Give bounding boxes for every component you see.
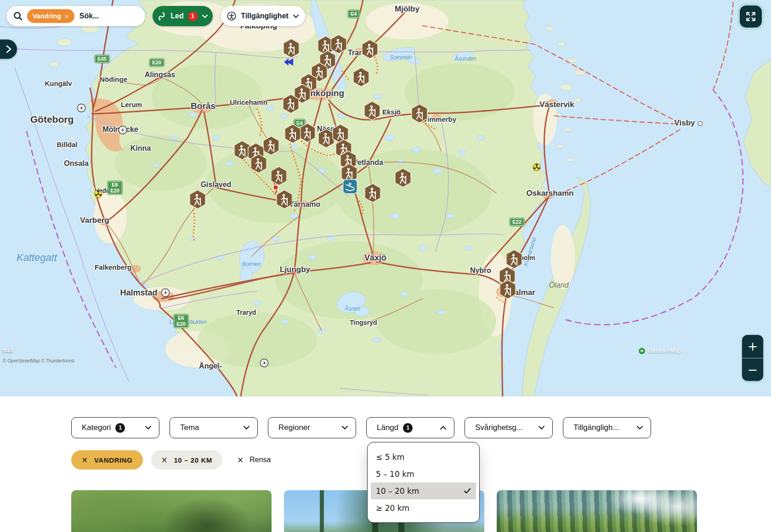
filter-dropdown-button[interactable]: Svårighetsg... [465, 417, 553, 438]
hiking-trail-marker[interactable] [283, 124, 302, 144]
hiking-trail-marker[interactable] [249, 153, 268, 174]
chevron-down-icon [341, 425, 348, 430]
chip-label: 10 – 20 KM [174, 456, 212, 464]
clear-filters-icon: × [237, 455, 244, 464]
accessibility-button-label: Tillgänglighet [241, 12, 289, 20]
led-filter-button[interactable]: Led 1 [153, 6, 213, 26]
chip-label: VANDRING [94, 456, 133, 464]
filter-button-label: Svårighetsg... [475, 423, 523, 432]
hiking-trail-marker[interactable] [188, 189, 207, 209]
outdoormap-logo-icon: ❧ [639, 348, 645, 354]
hiking-trail-marker[interactable] [499, 279, 517, 300]
length-option[interactable]: 5 – 10 km [368, 465, 479, 482]
red-poi-icon[interactable] [272, 184, 279, 191]
chevron-down-icon [243, 425, 250, 430]
fullscreen-icon [745, 11, 757, 23]
filter-button-label: Tillgängligh... [573, 423, 619, 432]
airport-icon: ✈ [260, 358, 269, 368]
filter-button-label: Regioner [278, 423, 310, 432]
length-option-label: 10 – 20 km [376, 487, 419, 496]
hiking-trail-marker[interactable] [352, 67, 370, 87]
hiking-trail-marker[interactable] [275, 189, 294, 209]
fullscreen-button[interactable] [740, 6, 762, 28]
chevron-right-icon [6, 45, 11, 53]
active-filter-chips: × VANDRING × 10 – 20 KM × Rensa [71, 450, 271, 470]
hiking-trail-marker[interactable] [363, 183, 382, 203]
airport-icon: ✈ [161, 288, 170, 297]
search-category-chip[interactable]: Vandring × [27, 9, 74, 23]
clear-filters-label: Rensa [249, 456, 271, 464]
hiking-trail-marker[interactable] [410, 103, 429, 124]
map-zoom-controls: + − [742, 335, 763, 381]
checkmark-icon [464, 488, 471, 494]
remove-chip-icon[interactable]: × [65, 12, 69, 20]
filter-dropdown-button[interactable]: Regioner [268, 417, 356, 438]
svg-text:✈: ✈ [262, 360, 266, 366]
length-option[interactable]: 10 – 20 km [371, 482, 476, 499]
length-option-label: 5 – 10 km [376, 470, 414, 479]
length-option[interactable]: ≥ 20 km [368, 499, 479, 516]
chevron-down-icon [145, 425, 152, 430]
route-icon [157, 11, 166, 21]
length-dropdown-menu: ≤ 5 km 5 – 10 km 10 – 20 km ≥ 20 km [367, 442, 480, 523]
chevron-down-icon [202, 14, 208, 18]
airport-icon: ✈ [77, 103, 86, 113]
paddling-trail-marker[interactable] [342, 179, 358, 194]
nuclear-plant-icon [533, 163, 541, 171]
airport-icon: ✈ [118, 125, 127, 135]
search-icon [13, 11, 23, 21]
led-button-label: Led [170, 12, 183, 20]
hiking-trail-marker[interactable] [394, 168, 412, 188]
trail-result-card-photo[interactable] [497, 490, 697, 532]
map-attribution: © OpenStreetMap © Thunderforest [3, 358, 74, 363]
map-markers: ✈ ✈ ✈ ✈ [0, 0, 771, 396]
clear-filters-button[interactable]: × Rensa [237, 455, 271, 464]
svg-text:✈: ✈ [79, 105, 83, 111]
chevron-down-icon [538, 425, 545, 430]
filter-dropdown-button[interactable]: Tema [170, 417, 258, 438]
blue-symbol-icon [283, 58, 294, 66]
accessibility-icon [227, 11, 237, 21]
remove-filter-icon[interactable]: × [161, 455, 168, 464]
chevron-down-icon [636, 425, 643, 430]
outdoormap-logo: ❧ OutdoorMap [639, 348, 681, 354]
zoom-out-button[interactable]: − [742, 358, 763, 381]
filter-count-badge: 1 [115, 423, 125, 433]
filter-dropdown-button[interactable]: Kategori 1 [71, 417, 159, 438]
hiking-trail-marker[interactable] [270, 166, 288, 186]
remove-filter-icon[interactable]: × [81, 455, 88, 464]
length-option-label: ≥ 20 km [376, 504, 409, 513]
filter-count-badge: 1 [403, 423, 413, 433]
filter-button-label: Längd [377, 423, 398, 432]
filter-button-label: Kategori [82, 423, 111, 432]
zoom-in-button[interactable]: + [742, 335, 763, 358]
svg-text:✈: ✈ [163, 290, 167, 296]
led-count-badge: 1 [188, 11, 198, 21]
filter-button-label: Tema [180, 423, 199, 432]
filter-dropdown-button[interactable]: Längd 1 [366, 417, 454, 438]
accessibility-filter-button[interactable]: Tillgänglighet [221, 6, 305, 26]
search-chip-label: Vandring [33, 12, 61, 20]
active-filter-chip[interactable]: × 10 – 20 KM [151, 450, 222, 470]
search-bar[interactable]: Vandring × [6, 6, 145, 26]
map-canvas[interactable]: KattegattSommenÅsundenBolmenÅsnenLaholms… [0, 0, 771, 396]
chevron-down-icon [440, 425, 447, 430]
filter-buttons-row: Kategori 1 Tema Regioner [71, 417, 651, 438]
active-filter-chip[interactable]: × VANDRING [71, 450, 143, 470]
nuclear-plant-icon [94, 190, 102, 198]
length-option[interactable]: ≤ 5 km [368, 448, 479, 465]
chevron-down-icon [293, 14, 299, 18]
hiking-trail-marker[interactable] [282, 38, 300, 58]
hiking-trail-marker[interactable] [363, 101, 381, 121]
outdoormap-logo-text: OutdoorMap [647, 348, 681, 354]
trail-result-card-photo[interactable] [71, 490, 272, 532]
filter-dropdown-button[interactable]: Tillgängligh... [563, 417, 651, 438]
hiking-trail-marker[interactable] [282, 94, 300, 114]
length-option-label: ≤ 5 km [376, 453, 404, 462]
hiking-trail-marker[interactable] [361, 39, 379, 59]
page: KattegattSommenÅsundenBolmenÅsnenLaholms… [0, 0, 771, 532]
search-input[interactable] [79, 11, 140, 21]
svg-text:✈: ✈ [120, 127, 125, 133]
